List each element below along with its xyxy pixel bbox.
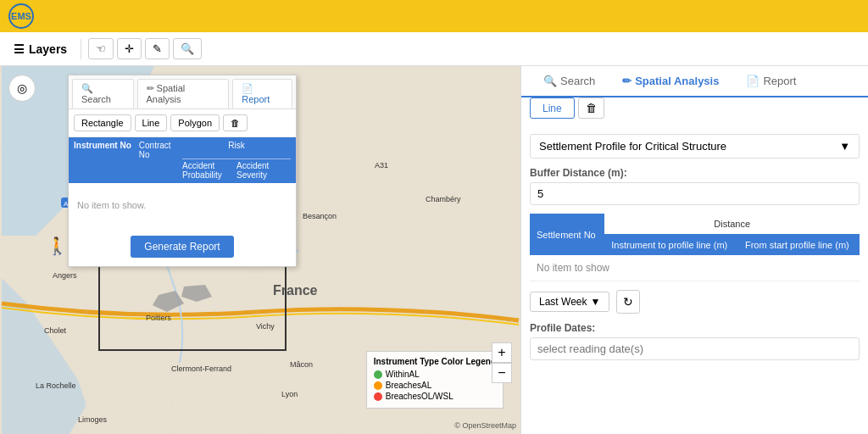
svg-text:Poitiers: Poitiers — [146, 314, 172, 322]
map-area[interactable]: Le Havre Rouen Caen Paris Angers Cholet … — [0, 66, 520, 434]
accident-prob-header: AccidentProbability — [182, 161, 236, 180]
svg-text:Lyon: Lyon — [281, 390, 298, 398]
compass-button[interactable]: ◎ — [8, 75, 36, 102]
tab-spatial-analysis[interactable]: ✏ Spatial Analysis — [609, 66, 732, 97]
svg-text:Angers: Angers — [53, 271, 77, 280]
overlay-tab-search[interactable]: 🔍 Search — [72, 79, 134, 108]
tab-search[interactable]: 🔍 Search — [530, 66, 609, 97]
pen-icon: ✎ — [153, 42, 162, 55]
settlement-profile-dropdown[interactable]: Settlement Profile for Critical Structur… — [530, 134, 860, 159]
toolbar: ☰ Layers ☜ ✛ ✎ 🔍 — [0, 32, 868, 66]
breaches-al-dot — [374, 381, 382, 390]
settlement-no-header: Settlement No — [530, 214, 604, 255]
refresh-button[interactable]: ↻ — [616, 290, 640, 314]
delete-button[interactable]: 🗑 — [223, 114, 248, 131]
time-filter-dropdown[interactable]: Last Week ▼ — [530, 292, 609, 312]
buffer-distance-label: Buffer Distance (m): — [530, 167, 860, 179]
col1-header: Instrument No — [74, 141, 139, 159]
no-item-cell: No item to show — [530, 255, 860, 281]
map-navigation[interactable]: ◎ — [8, 75, 36, 102]
svg-text:Chambéry: Chambéry — [426, 195, 461, 203]
buffer-distance-input[interactable] — [530, 182, 860, 205]
hand-tool-button[interactable]: ☜ — [88, 38, 114, 59]
overlay-tab-spatial[interactable]: ✏ Spatial Analysis — [137, 79, 230, 108]
right-sub-tabs: Line 🗑 — [521, 97, 868, 125]
overlay-tabs: 🔍 Search ✏ Spatial Analysis 📄 Report — [69, 75, 296, 109]
zoom-controls[interactable]: + − — [492, 342, 512, 383]
map-attribution: © OpenStreetMap — [454, 421, 516, 430]
line-sub-tab[interactable]: Line — [530, 97, 575, 119]
legend-item-within: WithinAL — [374, 370, 496, 379]
right-panel: 🔍 Search ✏ Spatial Analysis 📄 Report Lin… — [520, 66, 868, 434]
rectangle-button[interactable]: Rectangle — [74, 114, 131, 131]
svg-text:Vichy: Vichy — [256, 322, 275, 331]
pen-tool-button[interactable]: ✎ — [145, 38, 170, 59]
risk-header: Risk — [182, 141, 291, 159]
hand-icon: ☜ — [96, 42, 106, 55]
delete-line-button[interactable]: 🗑 — [578, 97, 604, 119]
svg-text:France: France — [273, 283, 318, 298]
dropdown-arrow-icon: ▼ — [839, 140, 850, 153]
within-al-dot — [374, 370, 382, 379]
breaches-ol-dot — [374, 392, 382, 401]
report-icon: 📄 — [242, 83, 253, 93]
legend-item-breaches-ol: BreachesOL/WSL — [374, 392, 496, 401]
search-icon: 🔍 — [543, 75, 557, 87]
from-start-profile-header: From start profile line (m) — [738, 235, 860, 256]
move-tool-button[interactable]: ✛ — [117, 38, 142, 59]
dropdown-arrow-icon: ▼ — [590, 296, 600, 308]
line-button[interactable]: Line — [135, 114, 168, 131]
main-layout: Le Havre Rouen Caen Paris Angers Cholet … — [0, 66, 868, 434]
ems-logo: EMS — [8, 3, 34, 29]
search-tool-button[interactable]: 🔍 — [173, 38, 202, 59]
map-peg-icon: 🚶 — [47, 236, 68, 256]
svg-text:Limoges: Limoges — [78, 415, 108, 424]
table-row-empty: No item to show — [530, 255, 860, 281]
overlay-tab-report[interactable]: 📄 Report — [232, 79, 292, 108]
settlement-results-table: Settlement No Distance Instrument to pro… — [530, 214, 860, 281]
svg-text:Mâcon: Mâcon — [290, 360, 313, 369]
layers-button[interactable]: ☰ Layers — [7, 39, 74, 59]
polygon-button[interactable]: Polygon — [170, 114, 220, 131]
tab-report[interactable]: 📄 Report — [732, 66, 810, 97]
breaches-ol-label: BreachesOL/WSL — [386, 392, 453, 401]
trash-icon: 🗑 — [586, 102, 597, 114]
col2-header: ContractNo — [139, 141, 182, 159]
right-panel-tabs: 🔍 Search ✏ Spatial Analysis 📄 Report — [521, 66, 868, 97]
svg-text:Clermont-Ferrand: Clermont-Ferrand — [171, 364, 231, 373]
breaches-al-label: BreachesAL — [386, 381, 431, 390]
within-al-label: WithinAL — [386, 370, 420, 379]
toolbar-divider — [81, 39, 81, 59]
overlay-toolbar: Rectangle Line Polygon 🗑 — [69, 109, 296, 137]
overlay-no-item: No item to show. — [69, 183, 296, 227]
legend-item-breaches: BreachesAL — [374, 381, 496, 390]
accident-sev-header: AccidentSeverity — [236, 161, 291, 180]
generate-report-button[interactable]: Generate Report — [131, 236, 233, 258]
map-overlay-panel: 🔍 Search ✏ Spatial Analysis 📄 Report Rec… — [68, 75, 297, 267]
search-icon: 🔍 — [181, 42, 194, 55]
svg-text:Cholet: Cholet — [44, 326, 67, 335]
right-content: Settlement Profile for Critical Structur… — [521, 125, 868, 434]
profile-dates-input[interactable] — [530, 337, 860, 360]
report-icon: 📄 — [746, 75, 760, 87]
svg-text:La Rochelle: La Rochelle — [36, 381, 76, 390]
time-filter-controls: Last Week ▼ ↻ — [530, 290, 860, 314]
color-legend: Instrument Type Color Legend WithinAL Br… — [366, 351, 504, 409]
instrument-to-profile-header: Instrument to profile line (m) — [604, 235, 738, 256]
svg-text:Besançon: Besançon — [303, 212, 337, 220]
layers-icon: ☰ — [14, 42, 25, 56]
spatial-icon: ✏ — [147, 83, 154, 93]
zoom-out-button[interactable]: − — [492, 363, 512, 383]
svg-text:A31: A31 — [375, 161, 388, 170]
distance-group-header: Distance — [604, 214, 860, 235]
search-icon: 🔍 — [81, 83, 93, 93]
profile-dates-label: Profile Dates: — [530, 322, 860, 334]
zoom-in-button[interactable]: + — [492, 342, 512, 363]
top-bar: EMS — [0, 0, 868, 32]
move-icon: ✛ — [125, 42, 134, 55]
spatial-analysis-icon: ✏ — [622, 75, 632, 87]
refresh-icon: ↻ — [623, 295, 633, 309]
